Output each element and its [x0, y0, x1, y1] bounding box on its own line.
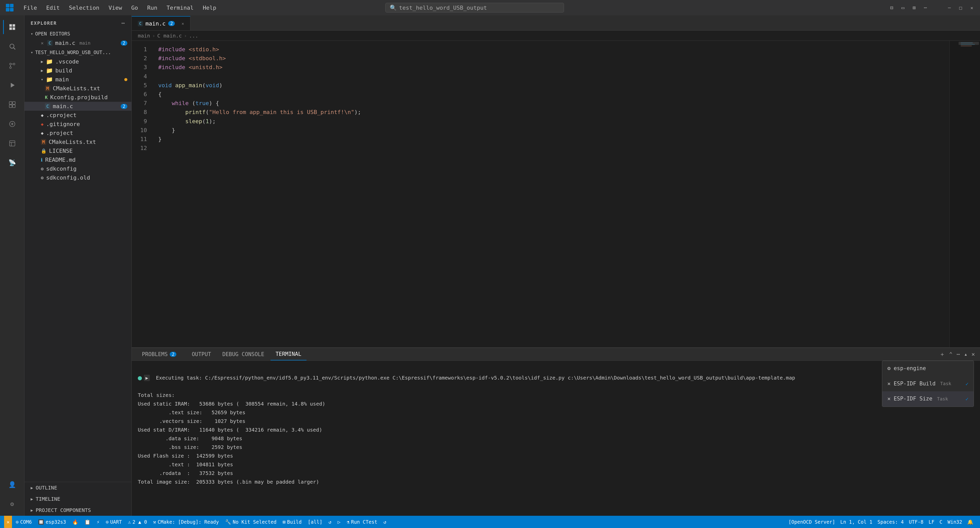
timeline-section[interactable]: ▶ TIMELINE [24, 493, 131, 504]
tree-kconfig[interactable]: K Kconfig.projbuild [24, 93, 131, 102]
tree-sdkconfig[interactable]: ⚙ sdkconfig [24, 164, 131, 173]
project-section[interactable]: ▾ TEST_HELLO_WORD_USB_OUT... [24, 48, 131, 57]
status-flash[interactable]: 🔥 [70, 516, 81, 528]
tree-license[interactable]: 🔒 LICENSE [24, 146, 131, 155]
tree-cmakelists-main[interactable]: M CMakeLists.txt [24, 84, 131, 93]
status-refresh[interactable]: ↺ [326, 516, 334, 528]
status-ln-col[interactable]: Ln 1, Col 1 [838, 519, 875, 525]
panel-add-button[interactable]: ＋ [939, 350, 945, 358]
tab-problems[interactable]: PROBLEMS 2 [137, 348, 186, 360]
tree-project[interactable]: ◆ .project [24, 128, 131, 138]
tab-terminal[interactable]: TERMINAL [270, 348, 307, 360]
code-content[interactable]: #include <stdio.h> #include <stdbool.h> … [152, 41, 950, 347]
tree-build[interactable]: ▶ 📁 build [24, 66, 131, 75]
panel-more-button[interactable]: ⋯ [956, 351, 960, 357]
sidebar-more-button[interactable]: ⋯ [121, 20, 125, 26]
status-eol[interactable]: LF [926, 519, 937, 525]
activity-source-control[interactable] [3, 57, 21, 75]
close-button[interactable]: ✕ [969, 5, 975, 11]
menu-view[interactable]: View [104, 3, 126, 12]
status-all[interactable]: [all] [305, 516, 325, 528]
tree-main-c[interactable]: C main.c 2 [24, 102, 131, 111]
split-icon[interactable]: ⊞ [911, 5, 917, 11]
tab-output[interactable]: OUTPUT [186, 348, 216, 360]
status-com6[interactable]: ⊙ COM6 [13, 516, 34, 528]
esp-engine-icon: ⚙ [887, 364, 891, 373]
activity-extensions[interactable] [3, 95, 21, 114]
status-build[interactable]: ⊞ Build [280, 516, 304, 528]
status-kit[interactable]: 🔧 No Kit Selected [223, 516, 279, 528]
status-errors[interactable]: ⚠ 2 ▲ 0 [125, 516, 150, 528]
menu-edit[interactable]: Edit [42, 3, 64, 12]
panel-close-button[interactable]: ✕ [972, 351, 975, 357]
search-bar[interactable]: 🔍 test_hello_word_USB_output [385, 3, 564, 13]
close-main-c-button[interactable]: ✕ [41, 40, 44, 46]
sidebar-title: EXPLORER [30, 21, 57, 26]
menu-terminal[interactable]: Terminal [162, 3, 197, 12]
tree-sdkconfig-old[interactable]: ⚙ sdkconfig.old [24, 173, 131, 182]
tab-debug-console[interactable]: DEBUG CONSOLE [217, 348, 269, 360]
open-editors-section[interactable]: ▾ OPEN EDITORS [24, 29, 131, 38]
status-remote[interactable]: ✕ [4, 516, 12, 528]
status-esp32s3[interactable]: 🔲 esp32s3 [35, 516, 68, 528]
breadcrumb-file[interactable]: C main.c [157, 33, 182, 39]
activity-account[interactable]: 👤 [3, 476, 21, 494]
activity-search[interactable] [3, 37, 21, 55]
menu-file[interactable]: File [19, 3, 41, 12]
status-spaces[interactable]: Spaces: 4 [875, 519, 906, 525]
activity-run-debug[interactable] [3, 76, 21, 94]
tree-vscode[interactable]: ▶ 📁 .vscode [24, 57, 131, 66]
tree-main[interactable]: ▾ 📁 main [24, 75, 131, 84]
m-icon-2: M [41, 139, 46, 145]
menu-go[interactable]: Go [127, 3, 142, 12]
terminal-output[interactable]: ▶ Executing task: C:/Espressif/python_en… [138, 365, 974, 512]
tree-cproject[interactable]: ◆ .cproject [24, 111, 131, 120]
status-encoding[interactable]: UTF-8 [906, 519, 926, 525]
dot-icon-1: ◆ [41, 113, 44, 118]
status-notifications[interactable]: 🔔 [965, 519, 976, 525]
open-file-main-c[interactable]: ✕ C main.c main 2 [24, 38, 131, 48]
tab-main-c[interactable]: C main.c 2 ✕ [132, 16, 190, 30]
activity-esp-extra1[interactable] [3, 115, 21, 133]
terminal-dd-esp-idf-size[interactable]: ✕ ESP-IDF Size Task ✓ [882, 391, 974, 407]
status-ctest[interactable]: ⚗ Run CTest [344, 516, 380, 528]
panel-icon[interactable]: ▭ [900, 5, 906, 11]
activity-esp-extra2[interactable] [3, 134, 21, 152]
menu-run[interactable]: Run [143, 3, 162, 12]
panel-chevron-button[interactable]: ⌃ [949, 351, 953, 357]
minimize-button[interactable]: ─ [946, 5, 953, 11]
status-cmake[interactable]: ⚒ CMake: [Debug]: Ready [151, 516, 221, 528]
license-label: LICENSE [49, 148, 73, 154]
status-lang[interactable]: C [937, 519, 945, 525]
outline-section[interactable]: ▶ OUTLINE [24, 482, 131, 493]
menu-selection[interactable]: Selection [65, 3, 103, 12]
tree-cmakelists-root[interactable]: M CMakeLists.txt [24, 138, 131, 146]
project-components-section[interactable]: ▶ PROJECT COMPONENTS [24, 504, 131, 516]
tab-close-button[interactable]: ✕ [181, 21, 184, 26]
menu-help[interactable]: Help [199, 3, 220, 12]
maximize-button[interactable]: □ [958, 5, 964, 11]
terminal-dd-esp-engine[interactable]: ⚙ esp-engine [882, 361, 974, 376]
panel-maximize-button[interactable]: ▴ [964, 351, 967, 357]
breadcrumb-main[interactable]: main [138, 33, 150, 39]
status-run-play[interactable]: ▷ [335, 516, 343, 528]
activity-settings[interactable]: ⚙ [3, 495, 21, 513]
terminal-dd-esp-idf-build[interactable]: ✕ ESP-IDF Build Task ✓ [882, 376, 974, 392]
status-platform[interactable]: Win32 [945, 519, 965, 525]
editor-area: C main.c 2 ✕ main › C main.c › ... 1 2 3… [132, 15, 980, 516]
chevron-vscode: ▶ [41, 59, 43, 64]
breadcrumb-more[interactable]: ... [189, 33, 198, 39]
status-refresh2[interactable]: ↺ [381, 516, 389, 528]
more-icon[interactable]: ⋯ [922, 5, 928, 11]
activity-esp-extra3[interactable]: 📡 [3, 154, 21, 172]
layout-icon[interactable]: ⊟ [889, 5, 895, 11]
tree-gitignore[interactable]: ◈ .gitignore [24, 120, 131, 128]
tree-readme[interactable]: ℹ README.md [24, 155, 131, 164]
status-openocd[interactable]: ⚡ [94, 516, 102, 528]
activity-explorer[interactable] [3, 18, 21, 36]
git-icon: ◈ [41, 121, 44, 127]
status-uart[interactable]: ⊙ UART [103, 516, 124, 528]
status-monitor[interactable]: 📋 [82, 516, 93, 528]
status-openocd-server[interactable]: [OpenOCD Server] [786, 519, 838, 525]
m-icon-1: M [45, 86, 50, 91]
